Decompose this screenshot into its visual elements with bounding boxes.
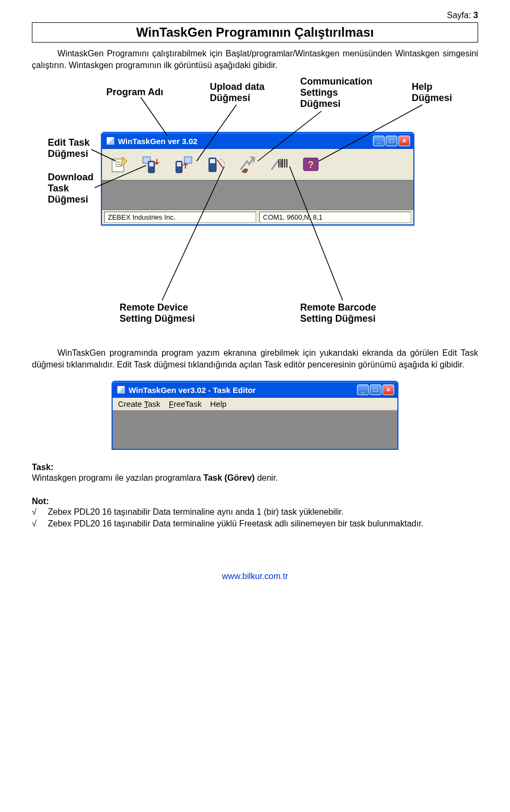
check-icon: √ [32,506,48,518]
label-download-task: Download Task Düğmesi [48,172,94,205]
svg-rect-6 [177,162,181,166]
remote-barcode-icon [268,154,290,175]
titlebar-2[interactable]: WinTaskGen ver3.02 - Task Editor _ □ × [113,382,397,398]
annotated-screenshot-1: Program Adı Upload data Düğmesi Communic… [48,81,462,337]
label-remote-device: Remote Device Setting Düğmesi [120,302,195,324]
screenshot-2: WinTaskGen ver3.02 - Task Editor _ □ × C… [112,381,398,450]
client-area [102,180,413,210]
list-item: √ Zebex PDL20 16 taşınabilir Data termin… [32,506,478,518]
download-task-icon [141,154,162,175]
comm-settings-button[interactable] [232,151,262,178]
label-edit-task: Edit Task Düğmesi [48,137,90,159]
close-button[interactable]: × [398,136,410,146]
paragraph-1: WintaskGen Programını çalıştırabilmek iç… [32,48,478,71]
app-icon [106,137,115,145]
page-number: 3 [473,11,478,20]
list-text-2: Zebex PDL20 16 taşınabilir Data terminal… [48,518,423,530]
task-line: Wintaskgen programı ile yazılan programl… [32,472,478,484]
paragraph-2: WinTaskGen programında program yazım ekr… [32,347,478,370]
toolbar: ? [102,149,413,180]
label-comm-settings: Communication Settings Düğmesi [300,76,372,109]
task-editor-window: WinTaskGen ver3.02 - Task Editor _ □ × C… [112,381,398,450]
task-line-b: denir. [254,473,278,482]
close-button[interactable]: × [382,384,394,395]
help-button[interactable]: ? [295,151,326,178]
menu-help[interactable]: Help [210,399,226,408]
page-header: Sayfa: 3 [32,11,478,20]
remote-barcode-button[interactable] [264,151,294,178]
remote-device-icon [205,154,226,175]
label-remote-barcode: Remote Barcode Setting Düğmesi [300,302,376,324]
menu-create-task[interactable]: Create Task [118,399,160,408]
minimize-button[interactable]: _ [357,384,369,395]
statusbar: ZEBEX Industries Inc. COM1, 9600,N, 8,1 [102,210,413,224]
label-upload-data: Upload data Düğmesi [210,81,265,103]
client-area-2 [113,411,397,449]
not-title: Not: [32,497,478,506]
menubar: Create Task FreeTask Help [113,398,397,411]
status-comm: COM1, 9600,N, 8,1 [259,212,411,223]
svg-rect-4 [184,157,192,163]
check-icon: √ [32,518,48,530]
list-item: √ Zebex PDL20 16 taşınabilir Data termin… [32,518,478,530]
maximize-button[interactable]: □ [386,136,397,146]
title-container: WinTaskGen Programının Çalıştırılması [32,22,478,43]
app-icon [117,386,125,394]
status-company: ZEBEX Industries Inc. [104,212,256,223]
download-task-button[interactable] [136,151,167,178]
footer-link[interactable]: www.bilkur.com.tr [32,572,478,581]
help-icon: ? [300,154,321,175]
edit-task-button[interactable] [104,151,135,178]
minimize-button[interactable]: _ [373,136,385,146]
svg-line-11 [141,97,167,136]
label-program-adi: Program Adı [106,87,163,98]
task-line-a: Wintaskgen programı ile yazılan programl… [32,473,203,482]
window-title: WinTaskGen ver 3.02 [118,137,370,146]
titlebar[interactable]: WinTaskGen ver 3.02 _ □ × [102,133,413,149]
menu-free-task[interactable]: FreeTask [169,399,202,408]
page-label: Sayfa: [447,11,471,20]
svg-rect-3 [149,162,154,166]
remote-device-button[interactable] [200,151,231,178]
task-line-bold: Task (Görev) [203,473,255,482]
upload-data-icon [173,154,194,175]
svg-text:?: ? [308,160,314,170]
page-title: WinTaskGen Programının Çalıştırılması [38,25,472,40]
upload-data-button[interactable] [168,151,199,178]
window-title-2: WinTaskGen ver3.02 - Task Editor [129,386,354,395]
list-text-1: Zebex PDL20 16 taşınabilir Data terminal… [48,506,344,518]
comm-settings-icon [236,154,258,175]
svg-rect-8 [210,159,215,163]
edit-task-icon [109,154,130,175]
task-title: Task: [32,463,478,472]
app-window: WinTaskGen ver 3.02 _ □ × [101,132,414,225]
maximize-button[interactable]: □ [370,384,381,395]
label-help: Help Düğmesi [412,81,452,103]
